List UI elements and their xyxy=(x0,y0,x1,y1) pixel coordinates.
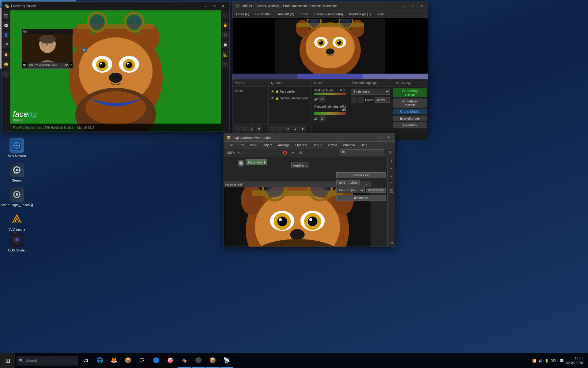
maxmsp-menu-help[interactable]: Help xyxy=(358,143,370,147)
obs-menu-ansicht[interactable]: Ansicht (V) xyxy=(275,12,297,17)
obs-menu-bearbeiten[interactable]: Bearbeiten xyxy=(253,12,274,17)
taskbar-notif-icon[interactable]: 💬 xyxy=(560,359,564,363)
maxmsp-loadbang-box[interactable]: loadbang xyxy=(291,163,309,168)
obs-settings-btn[interactable]: Einstellungen xyxy=(393,116,427,121)
desktop-icon-obs[interactable]: OBS Studio xyxy=(5,232,29,252)
right-icon-1[interactable]: ↕ xyxy=(222,12,229,19)
taskbar-chevron-icon[interactable]: ⌃ xyxy=(528,359,530,363)
mixer-mute-icon[interactable]: 🔊 xyxy=(314,98,318,101)
taskbar-clock[interactable]: 19:37 02.05.2018 xyxy=(566,356,583,366)
facerig-icon-ui[interactable]: UI xyxy=(2,71,10,78)
taskbar-obs-btn[interactable]: ⚫ xyxy=(192,353,205,368)
obs-szenen-up-btn[interactable]: ▲ xyxy=(248,126,255,132)
obs-szenen-down-btn[interactable]: ▼ xyxy=(256,126,262,132)
taskbar-ndi-btn[interactable]: 📡 xyxy=(220,353,233,368)
maxmsp-tool-3[interactable]: □ xyxy=(258,149,264,156)
obs-quellen-add-btn[interactable]: + xyxy=(270,126,277,132)
obs-szenen-add-btn[interactable]: + xyxy=(234,126,240,132)
sender-clear-btn[interactable]: Sender clear xyxy=(336,172,386,178)
facerig-close-btn[interactable]: ✕ xyxy=(219,3,227,10)
facerig-icon-hand[interactable]: ✋ xyxy=(2,51,10,58)
right-icon-help[interactable]: ? xyxy=(222,61,229,68)
maxmsp-minimize-btn[interactable]: ─ xyxy=(367,134,375,141)
obs-quellen-down-btn[interactable]: ▼ xyxy=(299,126,306,132)
taskbar-audio-icon[interactable]: 🔊 xyxy=(538,359,543,363)
obs-menu-profil[interactable]: Profil xyxy=(298,12,311,17)
start-button[interactable]: ⊞ xyxy=(0,353,15,368)
taskbar-maxmsp-btn[interactable]: 📦 xyxy=(206,353,219,368)
webcam-device-dropdown[interactable]: HD Pro Webcam C320 xyxy=(28,63,69,67)
strip-icon-2[interactable]: ≡ xyxy=(389,173,394,178)
obs-menu-hilfe[interactable]: Hilfe xyxy=(375,12,386,17)
taskbar-shield-btn[interactable]: 🛡 xyxy=(135,353,149,368)
mixer-mute-icon2[interactable]: 🔊 xyxy=(314,117,318,121)
maxmsp-menu-view[interactable]: View xyxy=(247,143,260,147)
obs-menu-datei[interactable]: Datei (F) xyxy=(234,12,252,17)
maxmsp-zoom-dropdown[interactable]: ▾ xyxy=(237,151,240,155)
send-btn[interactable]: send xyxy=(336,180,347,185)
taskbar-network-icon[interactable]: 📶 xyxy=(532,359,537,363)
facerig-icon-face[interactable]: 😀 xyxy=(2,61,10,68)
taskbar-firefox-btn[interactable]: 🦊 xyxy=(107,353,121,368)
right-icon-4[interactable]: 🔲 xyxy=(222,41,229,48)
strip-icon-1[interactable]: ≡ xyxy=(389,166,394,171)
maxmsp-tool-8[interactable]: ⊕ xyxy=(297,149,304,156)
maxmsp-loadmess-box[interactable]: loadmess 1 xyxy=(246,159,267,165)
strip-icon-3[interactable]: ≡ xyxy=(389,180,394,186)
facerig-maximize-btn[interactable]: □ xyxy=(210,3,218,10)
obs-close-btn[interactable]: ✕ xyxy=(417,3,425,10)
obs-menu-szenensammlung[interactable]: Szenen-Sammlung xyxy=(312,12,345,17)
facerig-icon-person[interactable]: 👤 xyxy=(2,31,10,39)
facerig-icon-camera[interactable]: 📷 xyxy=(2,12,10,19)
clear-btn[interactable]: clear xyxy=(349,180,360,185)
obs-quellen-up-btn[interactable]: ▲ xyxy=(292,126,299,132)
maxmsp-tool-2[interactable]: □ xyxy=(250,149,256,156)
right-icon-2[interactable]: 🖐 xyxy=(222,21,229,29)
maxmsp-menu-edit[interactable]: Edit xyxy=(236,143,247,147)
obs-menu-werkzeuge[interactable]: Werkzeuge (T) xyxy=(346,12,374,17)
taskbar-browser-btn[interactable]: 🌐 xyxy=(93,353,107,368)
obs-minimize-btn[interactable]: ─ xyxy=(400,3,408,10)
maxmsp-tool-1[interactable]: □ xyxy=(242,149,248,156)
obs-maximize-btn[interactable]: □ xyxy=(409,3,417,10)
select-sender-btn[interactable]: select sender xyxy=(366,188,386,193)
previz-dropdown[interactable]: PREVIZ (Fa... xyxy=(336,187,365,193)
obs-source-farbquelle[interactable]: 👁 🔒 Farbquelle xyxy=(270,88,310,95)
maxmsp-tool-5[interactable]: □ xyxy=(273,149,280,156)
facerig-icon-avatar[interactable]: 🐼 xyxy=(2,21,10,29)
webcam-close-btn[interactable]: ✕ xyxy=(82,48,87,52)
desktop-icon-axis-neuron[interactable]: Axis Neuron xyxy=(5,138,29,158)
duration-add-btn[interactable]: + xyxy=(351,97,357,103)
taskbar-facerig-btn[interactable]: 🎭 xyxy=(178,353,191,368)
taskbar-file-explorer-btn[interactable]: 🗂 xyxy=(79,353,92,368)
obs-quellen-settings-btn[interactable]: ⚙ xyxy=(285,126,291,132)
facerig-minimize-btn[interactable]: ─ xyxy=(202,3,210,10)
obs-quellen-remove-btn[interactable]: − xyxy=(277,126,284,132)
obs-record-btn[interactable]: Aufnahme starten xyxy=(393,98,427,108)
desktop-icon-vlc[interactable]: VLC media player xyxy=(5,212,29,236)
obs-exit-btn[interactable]: Beenden xyxy=(393,122,427,128)
maxmsp-menu-object[interactable]: Object xyxy=(260,143,275,147)
maxmsp-tool-4[interactable]: □ xyxy=(266,149,272,156)
maxmsp-menu-options[interactable]: Options xyxy=(293,143,309,147)
mixer-settings-btn[interactable]: ⚙ xyxy=(319,96,326,102)
strip-icon-power[interactable]: ⏻ xyxy=(389,240,394,245)
taskbar-vpn-btn[interactable]: 🔵 xyxy=(149,353,163,368)
maxmsp-close-btn[interactable]: ✕ xyxy=(384,134,392,141)
duration-input[interactable] xyxy=(375,97,390,103)
taskbar-search[interactable]: 🔍 Search xyxy=(17,356,78,366)
obs-szenen-remove-btn[interactable]: − xyxy=(241,126,248,132)
maxmsp-menu-window[interactable]: Window xyxy=(341,143,357,147)
maxmsp-menu-arrange[interactable]: Arrange xyxy=(275,143,292,147)
maxmsp-tool-6[interactable]: ⭕ xyxy=(281,149,288,156)
maxmsp-menu-file[interactable]: File xyxy=(225,143,236,147)
maxmsp-menu-debug[interactable]: Debug xyxy=(310,143,325,147)
maxmsp-grid-icon[interactable]: ⊞ xyxy=(387,149,394,156)
obs-studio-btn[interactable]: Studio-Modus xyxy=(393,109,427,114)
obs-stream-btn[interactable]: Streaming starten xyxy=(393,88,427,97)
transition-select[interactable]: Überblenden xyxy=(351,89,390,95)
udername-btn[interactable]: udername xyxy=(336,195,386,201)
maxmsp-search-input[interactable] xyxy=(346,151,383,155)
desktop-icon-steam[interactable]: Steam xyxy=(5,163,29,182)
desktop-icon-steamlogin[interactable]: SteamLogin_FaceRig xyxy=(5,187,29,207)
